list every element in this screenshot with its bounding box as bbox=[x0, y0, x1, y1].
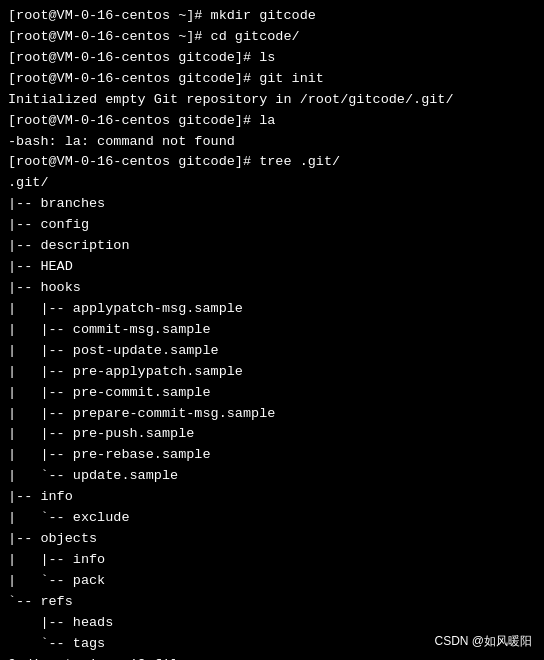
terminal-window: [root@VM-0-16-centos ~]# mkdir gitcode[r… bbox=[0, 0, 544, 660]
terminal-line: |-- branches bbox=[8, 194, 536, 215]
terminal-line: `-- refs bbox=[8, 592, 536, 613]
terminal-line: | |-- prepare-commit-msg.sample bbox=[8, 404, 536, 425]
terminal-line: .git/ bbox=[8, 173, 536, 194]
terminal-line: | |-- commit-msg.sample bbox=[8, 320, 536, 341]
terminal-line: | |-- pre-applypatch.sample bbox=[8, 362, 536, 383]
terminal-line: [root@VM-0-16-centos gitcode]# tree .git… bbox=[8, 152, 536, 173]
terminal-line: | |-- post-update.sample bbox=[8, 341, 536, 362]
terminal-line: | |-- pre-rebase.sample bbox=[8, 445, 536, 466]
terminal-line: [root@VM-0-16-centos ~]# cd gitcode/ bbox=[8, 27, 536, 48]
terminal-line: | |-- pre-push.sample bbox=[8, 424, 536, 445]
terminal-line: |-- HEAD bbox=[8, 257, 536, 278]
terminal-line: -bash: la: command not found bbox=[8, 132, 536, 153]
terminal-line: [root@VM-0-16-centos gitcode]# git init bbox=[8, 69, 536, 90]
terminal-line: [root@VM-0-16-centos ~]# mkdir gitcode bbox=[8, 6, 536, 27]
terminal-line: |-- info bbox=[8, 487, 536, 508]
terminal-line: |-- objects bbox=[8, 529, 536, 550]
terminal-line: [root@VM-0-16-centos gitcode]# la bbox=[8, 111, 536, 132]
terminal-line: | `-- exclude bbox=[8, 508, 536, 529]
terminal-line: |-- heads bbox=[8, 613, 536, 634]
terminal-line: |-- description bbox=[8, 236, 536, 257]
terminal-line: | `-- pack bbox=[8, 571, 536, 592]
terminal-line: | |-- pre-commit.sample bbox=[8, 383, 536, 404]
terminal-line: |-- config bbox=[8, 215, 536, 236]
terminal-line: Initialized empty Git repository in /roo… bbox=[8, 90, 536, 111]
terminal-line: | |-- applypatch-msg.sample bbox=[8, 299, 536, 320]
terminal-line: 9 directories, 13 files bbox=[8, 655, 536, 660]
watermark: CSDN @如风暖阳 bbox=[434, 633, 532, 650]
terminal-line: |-- hooks bbox=[8, 278, 536, 299]
terminal-line: | |-- info bbox=[8, 550, 536, 571]
terminal-line: [root@VM-0-16-centos gitcode]# ls bbox=[8, 48, 536, 69]
terminal-line: | `-- update.sample bbox=[8, 466, 536, 487]
